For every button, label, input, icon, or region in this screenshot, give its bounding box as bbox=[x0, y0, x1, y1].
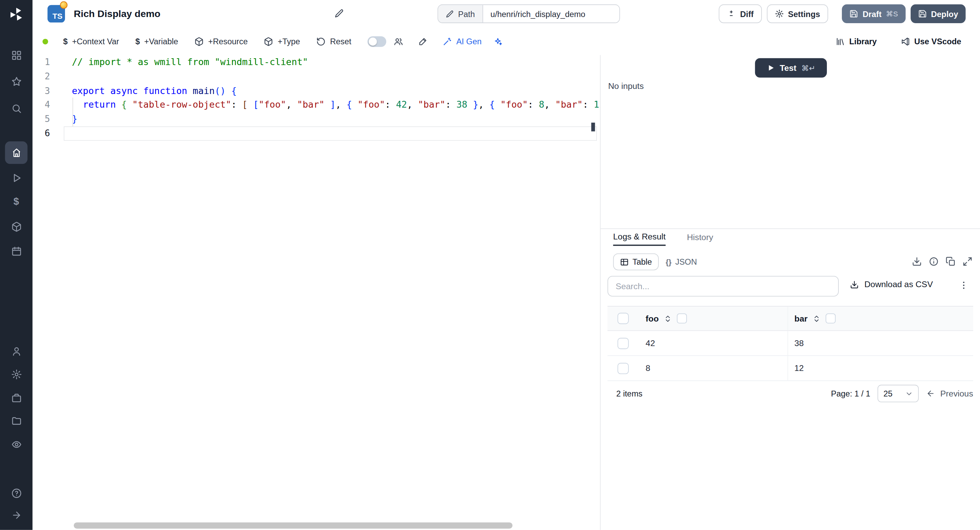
info-icon[interactable] bbox=[929, 257, 939, 267]
pencil-icon bbox=[446, 10, 454, 18]
package-icon bbox=[264, 37, 274, 46]
table-row[interactable]: 8 12 bbox=[608, 356, 973, 381]
view-json-label: JSON bbox=[675, 257, 697, 267]
sidebar-collapse[interactable] bbox=[5, 504, 27, 526]
sidebar-item-resources[interactable] bbox=[5, 215, 27, 238]
eye-icon bbox=[11, 439, 21, 449]
code-line[interactable]: 2 bbox=[33, 69, 600, 84]
run-panel: Test ⌘↵ No inputs Logs & Result History … bbox=[600, 55, 980, 530]
draft-button[interactable]: Draft ⌘S bbox=[842, 5, 905, 23]
current-line-highlight bbox=[64, 126, 597, 140]
select-all-checkbox[interactable] bbox=[617, 313, 629, 324]
settings-button[interactable]: Settings bbox=[767, 5, 828, 23]
reset-button[interactable]: Reset bbox=[317, 37, 352, 46]
code-line[interactable]: 1 // import * as wmill from "windmill-cl… bbox=[33, 55, 600, 69]
search-input[interactable] bbox=[608, 276, 839, 297]
code-editor[interactable]: 1 // import * as wmill from "windmill-cl… bbox=[33, 55, 600, 530]
add-context-var-button[interactable]: $ +Context Var bbox=[63, 37, 119, 46]
line-number: 3 bbox=[33, 83, 50, 98]
sidebar-item-settings[interactable] bbox=[5, 363, 27, 385]
add-type-button[interactable]: +Type bbox=[264, 37, 300, 46]
result-view-switch: Table {} JSON bbox=[613, 254, 704, 270]
column-header-foo[interactable]: foo bbox=[646, 314, 659, 323]
view-table-label: Table bbox=[633, 257, 652, 267]
row-checkbox[interactable] bbox=[617, 362, 629, 374]
reset-label: Reset bbox=[330, 37, 351, 46]
path-control: Path u/henri/rich_display_demo bbox=[438, 5, 620, 23]
table-row[interactable]: 42 38 bbox=[608, 331, 973, 356]
sidebar-item-audit[interactable] bbox=[5, 433, 27, 455]
sidebar-item-apps[interactable] bbox=[5, 44, 27, 66]
users-icon[interactable] bbox=[394, 37, 403, 46]
sidebar-item-folders[interactable] bbox=[5, 409, 27, 431]
download-icon bbox=[850, 280, 859, 289]
items-count: 2 items bbox=[608, 389, 643, 399]
path-value[interactable]: u/henri/rich_display_demo bbox=[483, 5, 619, 22]
sidebar-item-runs[interactable] bbox=[5, 166, 27, 189]
code-line[interactable]: 5 } bbox=[33, 112, 600, 126]
sort-icon[interactable] bbox=[664, 314, 672, 322]
result-section: Logs & Result History Table {} JSON bbox=[601, 228, 980, 530]
library-button[interactable]: Library bbox=[835, 37, 877, 46]
library-label: Library bbox=[850, 37, 877, 46]
overview-ruler-cursor bbox=[592, 123, 595, 131]
expand-icon[interactable] bbox=[963, 257, 972, 267]
line-number: 6 bbox=[33, 126, 50, 140]
test-button[interactable]: Test ⌘↵ bbox=[755, 58, 827, 78]
view-json-button[interactable]: {} JSON bbox=[659, 254, 704, 270]
header: TS Rich Display demo Path u/henri/rich_d… bbox=[33, 0, 980, 27]
horizontal-scrollbar[interactable] bbox=[74, 522, 512, 528]
more-menu-icon[interactable] bbox=[959, 280, 969, 290]
column-filter-checkbox[interactable] bbox=[677, 313, 687, 323]
ai-gen-button[interactable]: AI Gen bbox=[443, 37, 482, 46]
cell-foo: 8 bbox=[646, 364, 650, 373]
edit-path-button[interactable]: Path bbox=[438, 5, 483, 22]
sparkles-icon[interactable] bbox=[493, 37, 502, 46]
column-header-bar[interactable]: bar bbox=[794, 314, 808, 323]
sidebar-item-variables[interactable]: $ bbox=[5, 190, 27, 212]
deploy-button[interactable]: Deploy bbox=[910, 5, 966, 23]
page-size-select[interactable]: 25 bbox=[878, 385, 919, 402]
column-filter-checkbox[interactable] bbox=[826, 313, 835, 323]
dollar-icon: $ bbox=[63, 37, 68, 46]
user-icon bbox=[11, 346, 21, 356]
add-resource-button[interactable]: +Resource bbox=[194, 37, 248, 46]
sidebar-item-help[interactable] bbox=[5, 482, 27, 504]
sidebar-item-workers[interactable] bbox=[5, 386, 27, 409]
table-header: foo bar bbox=[608, 306, 973, 331]
sidebar-item-home[interactable] bbox=[5, 141, 27, 164]
collab-toggle[interactable] bbox=[368, 36, 386, 47]
indent-guide bbox=[72, 98, 73, 126]
download-icon[interactable] bbox=[912, 257, 922, 267]
vscode-icon bbox=[900, 37, 910, 46]
sort-icon[interactable] bbox=[813, 314, 821, 322]
use-vscode-button[interactable]: Use VScode bbox=[900, 37, 961, 46]
edit-summary-button[interactable] bbox=[334, 9, 344, 18]
tab-logs-result[interactable]: Logs & Result bbox=[613, 229, 666, 246]
row-checkbox[interactable] bbox=[617, 338, 629, 349]
sidebar-item-search[interactable] bbox=[5, 97, 27, 120]
code-text: // import * as wmill from "windmill-clie… bbox=[72, 55, 308, 69]
code-line[interactable]: 3 export async function main() { bbox=[33, 83, 600, 98]
status-dot bbox=[43, 38, 48, 44]
view-table-button[interactable]: Table bbox=[613, 254, 659, 270]
sidebar-item-users[interactable] bbox=[5, 340, 27, 362]
save-icon bbox=[850, 10, 858, 18]
sidebar-item-favorites[interactable] bbox=[5, 70, 27, 93]
result-table: foo bar 42 bbox=[608, 306, 973, 406]
previous-page-button[interactable]: Previous bbox=[927, 389, 973, 399]
add-variable-button[interactable]: $ +Variable bbox=[135, 37, 178, 46]
table-icon bbox=[620, 257, 629, 267]
play-icon bbox=[767, 64, 775, 72]
download-csv-button[interactable]: Download as CSV bbox=[850, 279, 933, 289]
tab-history[interactable]: History bbox=[687, 229, 713, 246]
format-icon[interactable] bbox=[418, 37, 428, 46]
home-icon bbox=[11, 147, 21, 158]
windmill-logo[interactable] bbox=[8, 6, 24, 22]
diff-button[interactable]: Diff bbox=[719, 5, 762, 23]
copy-icon[interactable] bbox=[946, 257, 956, 267]
table-footer: 2 items Page: 1 / 1 25 Previous bbox=[608, 381, 973, 406]
add-context-var-label: +Context Var bbox=[72, 37, 119, 46]
code-line[interactable]: 4 return { "table-row-object": [ ["foo",… bbox=[33, 98, 600, 112]
sidebar-item-schedules[interactable] bbox=[5, 239, 27, 262]
